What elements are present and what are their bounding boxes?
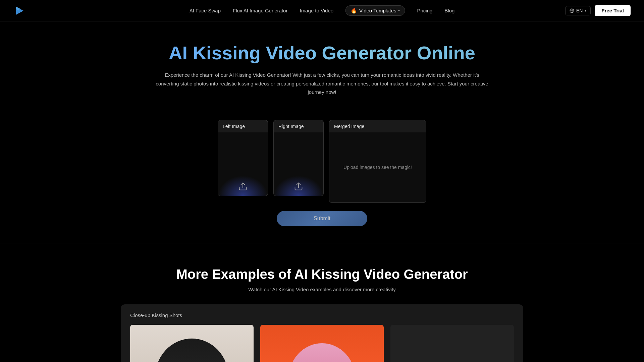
hero-title: AI Kissing Video Generator Online bbox=[7, 42, 637, 64]
left-upload-button[interactable] bbox=[238, 182, 248, 192]
examples-section: More Examples of AI Kissing Video Genera… bbox=[0, 250, 644, 362]
image-panels: Left Image Right Image bbox=[218, 120, 426, 203]
merged-image-panel: Merged Image Upload images to see the ma… bbox=[329, 120, 426, 203]
nav-video-templates[interactable]: 🔥 Video Templates ▾ bbox=[345, 5, 405, 16]
upload-icon-right bbox=[294, 182, 303, 191]
left-image-panel: Left Image bbox=[218, 120, 268, 196]
upload-icon-left bbox=[238, 182, 248, 191]
nav-blog[interactable]: Blog bbox=[444, 8, 454, 13]
person-silhouette-2 bbox=[288, 343, 356, 362]
header-right: EN ▾ Free Trial bbox=[565, 5, 631, 16]
main-nav: AI Face Swap Flux AI Image Generator Ima… bbox=[190, 5, 455, 16]
example-thumbnail-1[interactable] bbox=[130, 325, 254, 362]
language-selector[interactable]: EN ▾ bbox=[565, 6, 591, 15]
chevron-down-icon: ▾ bbox=[398, 9, 400, 12]
nav-image-to-video[interactable]: Image to Video bbox=[300, 8, 333, 13]
left-image-label: Left Image bbox=[218, 120, 268, 132]
submit-button[interactable]: Submit bbox=[277, 211, 367, 226]
person-silhouette-1 bbox=[155, 339, 229, 362]
examples-card-title: Close-up Kissing Shots bbox=[130, 312, 514, 318]
examples-card: Close-up Kissing Shots bbox=[121, 304, 523, 362]
right-image-body[interactable] bbox=[273, 132, 324, 196]
nav-pricing[interactable]: Pricing bbox=[417, 8, 432, 13]
tool-section: Left Image Right Image bbox=[0, 110, 644, 236]
header: AI Face Swap Flux AI Image Generator Ima… bbox=[0, 0, 644, 21]
globe-icon bbox=[570, 8, 574, 13]
examples-subtitle: Watch our AI Kissing Video examples and … bbox=[7, 287, 637, 292]
lang-chevron-icon: ▾ bbox=[585, 9, 586, 12]
merged-placeholder: Upload images to see the magic! bbox=[343, 165, 412, 170]
lang-label: EN bbox=[576, 8, 583, 13]
examples-title: More Examples of AI Kissing Video Genera… bbox=[7, 267, 637, 282]
nav-ai-face-swap[interactable]: AI Face Swap bbox=[190, 8, 221, 13]
logo-icon bbox=[13, 5, 25, 17]
example-thumbnail-2[interactable] bbox=[260, 325, 384, 362]
left-image-body[interactable] bbox=[218, 132, 268, 196]
nav-flux-ai[interactable]: Flux AI Image Generator bbox=[233, 8, 287, 13]
hero-description: Experience the charm of our AI Kissing V… bbox=[154, 71, 490, 97]
right-image-panel: Right Image bbox=[273, 120, 324, 196]
right-image-label: Right Image bbox=[273, 120, 324, 132]
free-trial-button[interactable]: Free Trial bbox=[595, 5, 631, 16]
hero-section: AI Kissing Video Generator Online Experi… bbox=[0, 21, 644, 110]
video-templates-label: Video Templates bbox=[359, 8, 396, 13]
logo[interactable] bbox=[13, 5, 25, 17]
merged-image-label: Merged Image bbox=[329, 120, 426, 132]
example-thumbnail-3[interactable] bbox=[390, 325, 514, 362]
section-divider bbox=[0, 243, 644, 243]
examples-grid bbox=[130, 325, 514, 362]
merged-image-body: Upload images to see the magic! bbox=[329, 132, 426, 203]
right-upload-button[interactable] bbox=[294, 182, 303, 192]
fire-icon: 🔥 bbox=[351, 7, 357, 14]
